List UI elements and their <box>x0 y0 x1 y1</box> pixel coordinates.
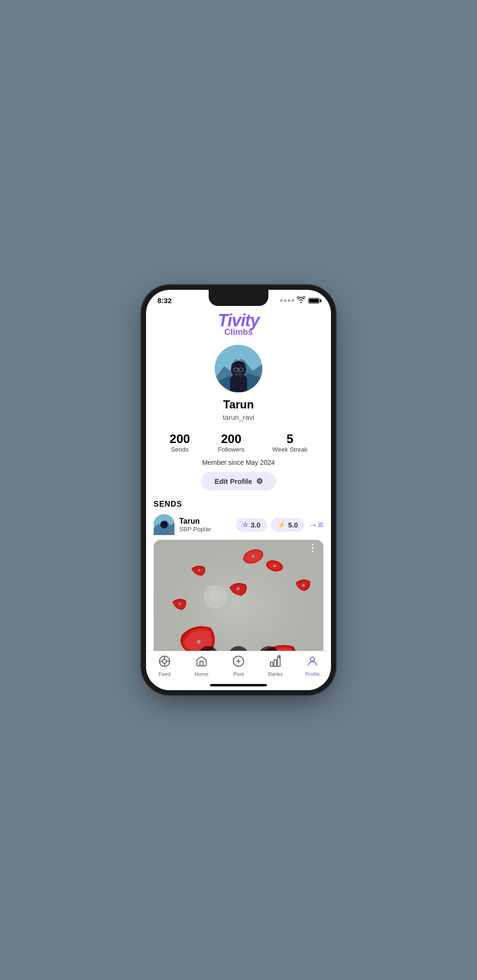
svg-point-50 <box>311 657 315 661</box>
star-icon: ☆ <box>242 521 248 528</box>
edit-profile-button[interactable]: Edit Profile ⚙ <box>201 472 275 490</box>
feed-label: Feed <box>158 671 170 677</box>
wifi-icon <box>297 296 305 305</box>
home-indicator <box>210 684 267 686</box>
svg-point-16 <box>210 582 211 583</box>
user-display-name: Tarun <box>146 398 331 411</box>
style-score-value: 3.0 <box>251 521 261 529</box>
svg-point-29 <box>237 587 239 590</box>
svg-point-33 <box>198 569 201 572</box>
post-menu-dots[interactable]: ⋮ <box>308 545 318 550</box>
nav-item-feed[interactable]: Feed <box>146 655 183 677</box>
status-icons <box>280 296 320 305</box>
phone-frame: 8:32 Tivity <box>146 290 331 690</box>
followers-label: Followers <box>218 446 245 453</box>
svg-point-11 <box>224 546 226 548</box>
send-user-avatar <box>154 514 174 535</box>
power-score-badge: ⚡ 5.0 <box>271 518 304 532</box>
climbing-image: ⋮ <box>154 540 323 667</box>
sends-label: Sends <box>169 446 190 453</box>
home-icon <box>195 655 208 669</box>
svg-point-28 <box>273 564 276 567</box>
streak-label: Week Streak <box>272 446 307 453</box>
ranks-icon <box>269 655 282 669</box>
signal-icon <box>280 299 294 302</box>
stat-streak: 5 Week Streak <box>272 433 307 453</box>
followers-count: 200 <box>218 433 245 445</box>
streak-count: 5 <box>272 433 307 445</box>
profile-avatar-container <box>146 341 331 398</box>
svg-point-14 <box>305 568 306 569</box>
profile-label: Profile <box>305 671 320 677</box>
svg-point-13 <box>285 551 287 553</box>
svg-rect-47 <box>274 660 276 666</box>
svg-rect-48 <box>277 657 280 666</box>
nav-item-post[interactable]: Post <box>220 655 257 677</box>
svg-point-30 <box>197 640 201 644</box>
svg-point-19 <box>162 615 164 617</box>
avatar-image <box>215 345 262 392</box>
avatar <box>215 345 262 392</box>
logo-climbs: Climbs <box>146 327 331 337</box>
svg-point-21 <box>238 610 240 612</box>
main-content: Tivity Climbs <box>146 306 331 667</box>
sends-count: 200 <box>169 433 190 445</box>
time-display: 8:32 <box>157 296 172 305</box>
gear-icon: ⚙ <box>256 477 263 486</box>
svg-point-22 <box>295 620 297 621</box>
battery-icon <box>308 298 320 304</box>
nav-item-ranks[interactable]: Ranks <box>257 655 294 677</box>
svg-point-10 <box>191 558 193 560</box>
member-since: Member since May 2024 <box>146 459 331 466</box>
post-icon <box>232 655 245 669</box>
nav-item-profile[interactable]: Profile <box>294 655 331 677</box>
style-score-badge: ☆ 3.0 <box>236 518 267 532</box>
svg-point-17 <box>271 591 273 593</box>
profile-icon <box>306 655 319 669</box>
svg-point-15 <box>176 586 178 588</box>
send-user-info: Tarun SBP Poplar <box>179 517 231 533</box>
svg-point-34 <box>179 603 181 605</box>
nav-item-home[interactable]: Home <box>183 655 220 677</box>
send-scores: ☆ 3.0 ⚡ 5.0 →≡ <box>236 518 323 532</box>
stat-sends: 200 Sends <box>169 433 190 453</box>
edit-profile-label: Edit Profile <box>214 477 252 485</box>
svg-point-32 <box>302 584 305 587</box>
power-score-value: 5.0 <box>288 521 298 529</box>
stats-row: 200 Sends 200 Followers 5 Week Streak <box>146 429 331 457</box>
ranks-label: Ranks <box>268 671 283 677</box>
logo-tivity: Tivity <box>146 312 331 329</box>
stat-followers: 200 Followers <box>218 433 245 453</box>
home-label: Home <box>194 671 208 677</box>
send-post-location: SBP Poplar <box>179 526 231 533</box>
svg-point-27 <box>252 555 255 558</box>
feed-icon <box>158 655 171 669</box>
svg-point-38 <box>163 659 167 664</box>
send-post-username: Tarun <box>179 517 231 526</box>
svg-point-9 <box>167 548 169 550</box>
user-handle: tarun_ravi <box>146 413 331 421</box>
app-logo: Tivity Climbs <box>146 306 331 341</box>
send-post-header: Tarun SBP Poplar ☆ 3.0 ⚡ 5.0 →≡ <box>154 514 323 535</box>
notch <box>209 290 268 306</box>
sends-section: SENDS Tarun SBP Poplar <box>146 500 331 667</box>
post-label: Post <box>233 671 244 677</box>
sends-section-title: SENDS <box>154 500 323 508</box>
bolt-icon: ⚡ <box>277 521 285 528</box>
svg-point-20 <box>201 625 202 626</box>
svg-point-36 <box>209 590 220 601</box>
arrow-right-icon[interactable]: →≡ <box>308 519 323 530</box>
svg-point-18 <box>314 601 316 602</box>
svg-rect-46 <box>270 662 273 666</box>
